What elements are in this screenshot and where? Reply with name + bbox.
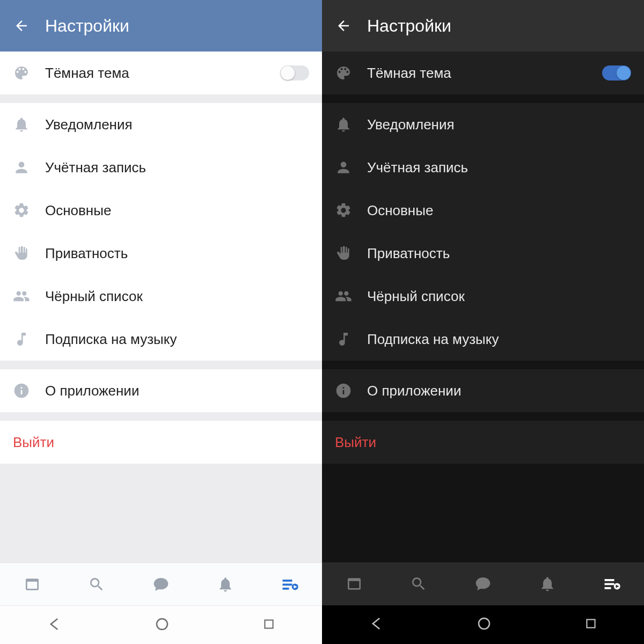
back-icon[interactable] (335, 17, 352, 34)
bell-icon (335, 116, 352, 133)
hand-icon (13, 245, 30, 262)
svg-rect-3 (265, 620, 273, 628)
people-icon (335, 288, 352, 305)
divider (0, 464, 322, 472)
row-music[interactable]: Подписка на музыку (0, 318, 322, 361)
nav-home-icon[interactable] (476, 616, 492, 634)
logout-row[interactable]: Выйти (322, 421, 644, 464)
person-icon (335, 159, 352, 176)
settings-panel-light: Настройки Тёмная тема Уведомления Учётна… (0, 0, 322, 644)
filler (0, 472, 322, 562)
settings-panel-dark: Настройки Тёмная тема Уведомления Учётна… (322, 0, 644, 644)
tab-search[interactable] (408, 573, 429, 595)
nav-home-icon[interactable] (154, 616, 170, 634)
row-music[interactable]: Подписка на музыку (322, 318, 644, 361)
section-main: Уведомления Учётная запись Основные Прив… (322, 103, 644, 361)
header: Настройки (322, 0, 644, 52)
row-label: Приватность (45, 245, 309, 262)
svg-rect-7 (587, 619, 595, 627)
dark-theme-row[interactable]: Тёмная тема (0, 52, 322, 94)
info-icon (13, 382, 30, 399)
tab-menu[interactable] (279, 574, 301, 595)
gear-icon (335, 202, 352, 219)
row-general[interactable]: Основные (0, 189, 322, 232)
row-about[interactable]: О приложении (322, 369, 644, 412)
row-label: Уведомления (45, 116, 309, 133)
row-label: Основные (45, 202, 309, 219)
palette-icon (335, 64, 352, 82)
dark-theme-label: Тёмная тема (45, 65, 265, 82)
row-privacy[interactable]: Приватность (0, 232, 322, 275)
palette-icon (13, 64, 30, 82)
divider (0, 94, 322, 103)
system-nav-bar (322, 605, 644, 644)
page-title: Настройки (367, 16, 451, 36)
tab-messages[interactable] (150, 574, 172, 595)
dark-theme-toggle[interactable] (280, 65, 309, 80)
tab-menu[interactable] (601, 573, 623, 595)
section-main: Уведомления Учётная запись Основные Прив… (0, 103, 322, 361)
row-label: Чёрный список (367, 288, 631, 305)
row-label: О приложении (367, 383, 631, 399)
tab-notifications[interactable] (537, 573, 558, 595)
people-icon (13, 288, 30, 305)
row-label: Подписка на музыку (367, 331, 631, 348)
row-account[interactable]: Учётная запись (322, 146, 644, 189)
tab-search[interactable] (86, 574, 107, 595)
logout-row[interactable]: Выйти (0, 421, 322, 464)
music-icon (335, 331, 352, 348)
page-title: Настройки (45, 16, 129, 36)
tab-feed[interactable] (21, 574, 43, 595)
tab-feed[interactable] (343, 573, 365, 595)
back-icon[interactable] (13, 17, 30, 34)
dark-theme-label: Тёмная тема (367, 65, 587, 82)
row-label: Основные (367, 202, 631, 219)
row-blacklist[interactable]: Чёрный список (0, 275, 322, 318)
divider (0, 361, 322, 369)
music-icon (13, 331, 30, 348)
bell-icon (13, 116, 30, 133)
divider (0, 412, 322, 421)
section-theme: Тёмная тема (322, 52, 644, 94)
tab-notifications[interactable] (215, 574, 236, 595)
dark-theme-toggle[interactable] (602, 65, 631, 80)
filler (322, 472, 644, 562)
header: Настройки (0, 0, 322, 52)
row-notifications[interactable]: Уведомления (322, 103, 644, 146)
info-icon (335, 382, 352, 399)
nav-recent-icon[interactable] (584, 617, 598, 633)
divider (322, 94, 644, 103)
logout-label: Выйти (13, 434, 54, 451)
row-label: Чёрный список (45, 288, 309, 305)
row-account[interactable]: Учётная запись (0, 146, 322, 189)
section-theme: Тёмная тема (0, 52, 322, 94)
row-notifications[interactable]: Уведомления (0, 103, 322, 146)
tab-messages[interactable] (472, 573, 494, 595)
row-about[interactable]: О приложении (0, 369, 322, 412)
row-label: Приватность (367, 245, 631, 262)
nav-recent-icon[interactable] (262, 617, 276, 633)
divider (322, 464, 644, 472)
row-label: Уведомления (367, 116, 631, 133)
row-blacklist[interactable]: Чёрный список (322, 275, 644, 318)
row-label: О приложении (45, 383, 309, 399)
system-nav-bar (0, 605, 322, 644)
section-about: О приложении (322, 369, 644, 412)
row-label: Подписка на музыку (45, 331, 309, 348)
nav-back-icon[interactable] (46, 616, 62, 634)
logout-label: Выйти (335, 434, 376, 451)
nav-back-icon[interactable] (368, 616, 384, 634)
hand-icon (335, 245, 352, 262)
section-about: О приложении (0, 369, 322, 412)
divider (322, 412, 644, 421)
gear-icon (13, 202, 30, 219)
dark-theme-row[interactable]: Тёмная тема (322, 52, 644, 94)
row-privacy[interactable]: Приватность (322, 232, 644, 275)
row-general[interactable]: Основные (322, 189, 644, 232)
svg-point-6 (479, 618, 489, 629)
divider (322, 361, 644, 369)
row-label: Учётная запись (45, 159, 309, 176)
tab-bar (322, 562, 644, 605)
svg-point-2 (157, 619, 167, 630)
tab-bar (0, 562, 322, 605)
